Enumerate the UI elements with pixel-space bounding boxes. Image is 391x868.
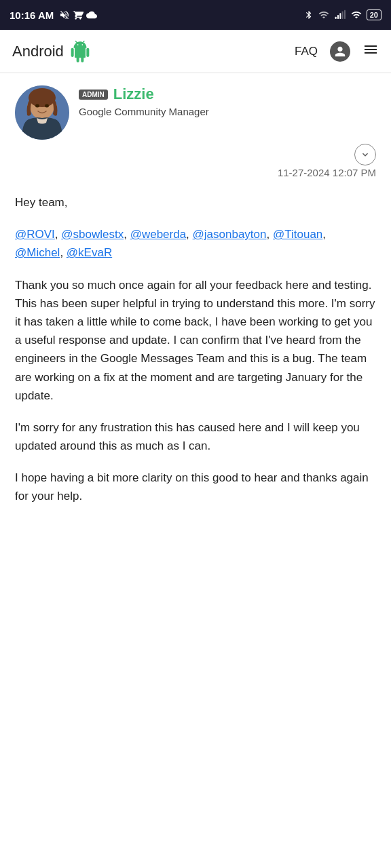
mention-rovi[interactable]: @ROVI [15, 228, 55, 241]
cart-icon [73, 9, 83, 20]
status-right: 20 [304, 9, 381, 20]
mention-titouan[interactable]: @Titouan [273, 228, 322, 241]
svg-point-11 [45, 104, 49, 108]
faq-link[interactable]: FAQ [295, 45, 318, 58]
paragraph-2: I'm sorry for any frustration this has c… [15, 418, 376, 455]
mention-jasonbayton[interactable]: @jasonbayton [193, 228, 267, 241]
mention-kevar[interactable]: @kEvaR [67, 246, 112, 259]
greeting: Hey team, [15, 193, 376, 212]
post-content: ADMIN Lizzie Google Community Manager 11… [0, 73, 391, 540]
post-options-chevron[interactable] [354, 144, 376, 165]
avatar [15, 85, 69, 140]
signal-icon-2 [334, 9, 346, 20]
post-timestamp: 11-27-2024 12:07 PM [15, 167, 376, 178]
mention-weberda[interactable]: @weberda [130, 228, 186, 241]
svg-point-10 [35, 104, 39, 108]
paragraph-3: I hope having a bit more clarity on this… [15, 469, 376, 505]
status-time: 10:16 AM [10, 9, 54, 21]
svg-rect-3 [341, 12, 343, 19]
signal-icon-1 [318, 9, 330, 20]
svg-rect-4 [344, 10, 346, 19]
wifi-icon [350, 9, 362, 20]
post-author-info: ADMIN Lizzie Google Community Manager [79, 85, 376, 117]
nav-bar: Android FAQ [0, 30, 391, 73]
nav-logo: Android [12, 41, 91, 62]
author-name: Lizzie [113, 85, 154, 103]
android-bugdroid-icon [69, 41, 91, 62]
svg-rect-0 [335, 17, 336, 19]
status-bar: 10:16 AM 20 [0, 0, 391, 30]
paragraph-1: Thank you so much once again for all you… [15, 276, 376, 405]
post-header: ADMIN Lizzie Google Community Manager [15, 85, 376, 140]
hamburger-menu-icon[interactable] [362, 41, 379, 62]
user-profile-icon[interactable] [330, 41, 350, 62]
svg-rect-2 [339, 13, 341, 19]
bluetooth-icon [304, 9, 314, 20]
svg-rect-1 [337, 15, 339, 19]
battery-indicator: 20 [367, 9, 381, 20]
mention-michel[interactable]: @Michel [15, 246, 60, 259]
status-left: 10:16 AM [10, 9, 97, 21]
author-name-row: ADMIN Lizzie [79, 85, 376, 103]
svg-point-7 [29, 88, 56, 107]
author-role: Google Community Manager [79, 106, 376, 117]
nav-logo-text: Android [12, 43, 64, 60]
admin-badge: ADMIN [79, 90, 108, 100]
mentions-list: @ROVI, @sbowlestx, @weberda, @jasonbayto… [15, 225, 376, 262]
cloud-icon [86, 9, 97, 20]
status-icons [59, 9, 97, 20]
mute-icon [59, 9, 70, 20]
nav-right: FAQ [295, 41, 379, 62]
mention-sbowlestx[interactable]: @sbowlestx [61, 228, 124, 241]
post-meta-row [15, 144, 376, 165]
post-body: Hey team, @ROVI, @sbowlestx, @weberda, @… [15, 193, 376, 506]
